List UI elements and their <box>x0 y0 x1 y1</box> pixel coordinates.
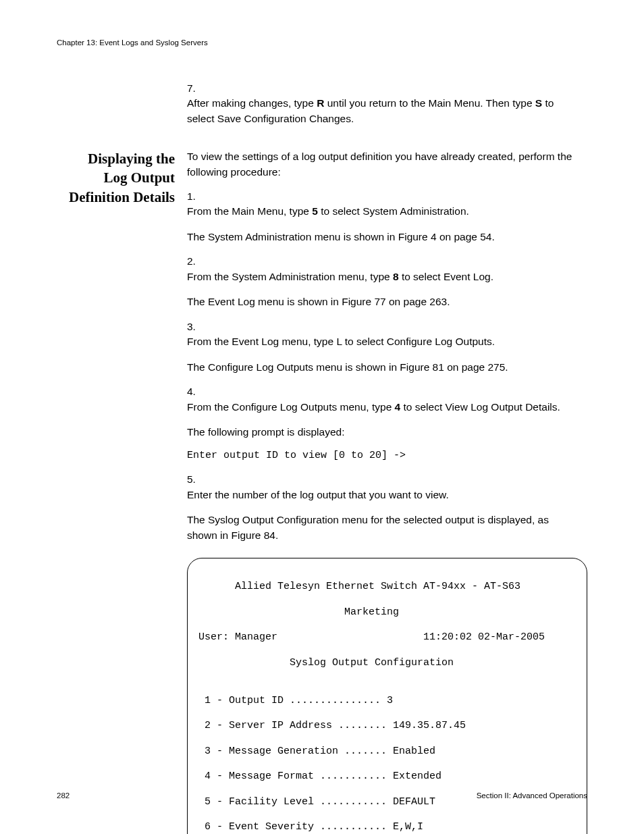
step-note: The Configure Log Outputs menu is shown … <box>187 360 567 375</box>
step-1: 1. From the Main Menu, type 5 to select … <box>187 189 587 244</box>
key-4: 4 <box>395 401 401 413</box>
text: to select View Log Output Details. <box>400 401 560 413</box>
term-line: Syslog Output Configuration <box>198 657 576 670</box>
step-4: 4. From the Configure Log Outputs menu, … <box>187 384 587 463</box>
step-7: 7. After making changes, type R until yo… <box>187 81 587 126</box>
step-number: 4. <box>187 384 205 399</box>
chapter-header: Chapter 13: Event Logs and Syslog Server… <box>57 37 587 49</box>
heading-line: Definition Details <box>69 189 175 205</box>
step-note: The System Administration menu is shown … <box>187 230 567 244</box>
text: Enter the number of the log output that … <box>187 489 449 500</box>
text: From the Event Log menu, type L to selec… <box>187 336 495 347</box>
step-text: From the Configure Log Outputs menu, typ… <box>187 400 567 463</box>
step-number: 7. <box>187 81 205 96</box>
term-line: Marketing <box>198 606 576 619</box>
step-3: 3. From the Event Log menu, type L to se… <box>187 319 587 375</box>
term-line: 6 - Event Severity ........... E,W,I <box>198 821 576 834</box>
text: to select System Administration. <box>318 205 469 217</box>
text: to select Event Log. <box>399 271 493 282</box>
page-number: 282 <box>57 790 70 802</box>
term-line: 1 - Output ID ............... 3 <box>198 695 576 708</box>
step-note: The Event Log menu is shown in Figure 77… <box>187 294 567 309</box>
key-5: 5 <box>312 205 318 217</box>
section-heading: Displaying the Log Output Definition Det… <box>57 149 175 207</box>
step-number: 3. <box>187 319 205 334</box>
key-8: 8 <box>393 271 399 282</box>
term-line: Allied Telesyn Ethernet Switch AT-94xx -… <box>198 581 576 594</box>
step-number: 1. <box>187 189 205 204</box>
step-text: Enter the number of the log output that … <box>187 488 567 543</box>
text: From the Configure Log Outputs menu, typ… <box>187 401 395 413</box>
step-note: The Syslog Output Configuration menu for… <box>187 513 567 543</box>
text: until you return to the Main Menu. Then … <box>324 97 535 109</box>
key-r: R <box>317 97 324 109</box>
term-line: 2 - Server IP Address ........ 149.35.87… <box>198 720 576 733</box>
term-line: User: Manager 11:20:02 02-Mar-2005 <box>198 631 576 644</box>
text: After making changes, type <box>187 97 317 109</box>
term-line: 3 - Message Generation ....... Enabled <box>198 746 576 758</box>
step-note: The following prompt is displayed: <box>187 425 567 440</box>
page-footer: 282 Section II: Advanced Operations <box>57 790 587 802</box>
step-5: 5. Enter the number of the log output th… <box>187 472 587 543</box>
step-number: 5. <box>187 472 205 487</box>
section-label: Section II: Advanced Operations <box>477 790 587 802</box>
step-text: From the System Administration menu, typ… <box>187 269 567 310</box>
text: From the Main Menu, type <box>187 205 312 217</box>
step-text: From the Event Log menu, type L to selec… <box>187 334 567 375</box>
side-margin-empty-top <box>57 81 175 136</box>
step-text: After making changes, type R until you r… <box>187 96 567 126</box>
heading-line: Displaying the <box>88 151 175 167</box>
step-2: 2. From the System Administration menu, … <box>187 254 587 309</box>
intro-paragraph: To view the settings of a log output def… <box>187 149 587 180</box>
text: From the System Administration menu, typ… <box>187 271 393 282</box>
heading-line: Log Output <box>103 170 175 186</box>
key-s: S <box>535 97 542 109</box>
step-number: 2. <box>187 254 205 269</box>
step-text: From the Main Menu, type 5 to select Sys… <box>187 204 567 244</box>
prompt-code: Enter output ID to view [0 to 20] -> <box>187 448 567 463</box>
term-line: 4 - Message Format ........... Extended <box>198 771 576 783</box>
